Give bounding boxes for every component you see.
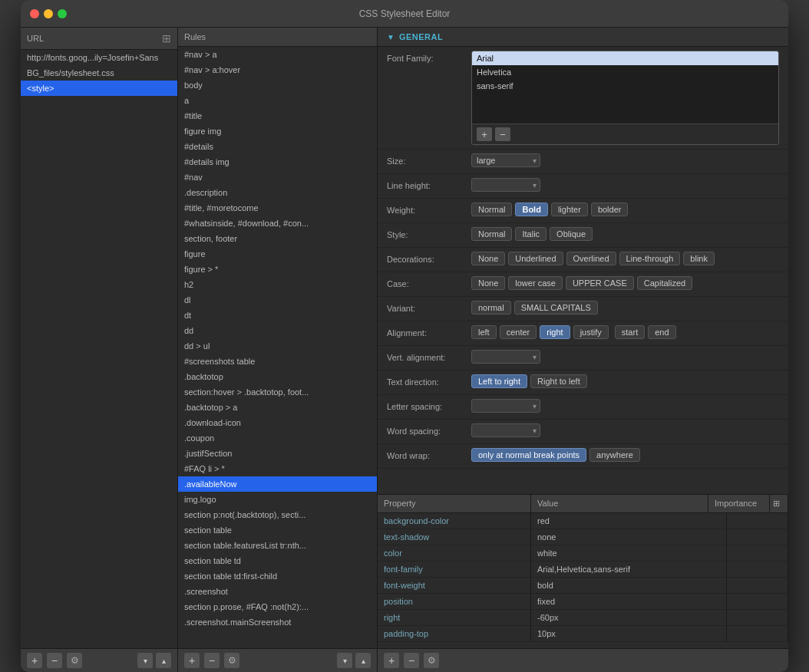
table-row[interactable]: text-shadow none bbox=[378, 529, 788, 545]
rule-item-25[interactable]: .coupon bbox=[178, 430, 377, 446]
variant-normal-button[interactable]: normal bbox=[471, 301, 511, 315]
rule-item-23[interactable]: .backtotop > a bbox=[178, 400, 377, 415]
wrap-anywhere-button[interactable]: anywhere bbox=[589, 448, 640, 462]
rule-item-0[interactable]: #nav > a bbox=[178, 47, 377, 62]
rule-item-10[interactable]: #title, #moretocome bbox=[178, 200, 377, 216]
url-item-1[interactable]: BG_files/stylesheet.css bbox=[21, 65, 177, 81]
rule-item-30[interactable]: section p:not(.backtotop), secti... bbox=[178, 507, 377, 522]
case-capitalized-button[interactable]: Capitalized bbox=[637, 276, 692, 290]
vert-alignment-select[interactable]: baseline top middle bottom bbox=[471, 350, 540, 364]
rule-item-11[interactable]: #whatsinside, #download, #con... bbox=[178, 216, 377, 231]
rule-item-14[interactable]: figure > * bbox=[178, 262, 377, 277]
url-item-2[interactable]: <style> bbox=[21, 81, 177, 96]
rule-item-15[interactable]: h2 bbox=[178, 277, 377, 292]
url-panel-icon[interactable]: ⊞ bbox=[162, 32, 171, 44]
props-gear-button[interactable]: ⚙ bbox=[424, 653, 439, 668]
rules-arrow-down[interactable]: ▾ bbox=[337, 653, 352, 668]
style-oblique-button[interactable]: Oblique bbox=[550, 227, 593, 241]
minimize-button[interactable] bbox=[44, 9, 53, 18]
rule-item-8[interactable]: #nav bbox=[178, 170, 377, 185]
rule-item-31[interactable]: section table bbox=[178, 522, 377, 538]
case-upper-button[interactable]: UPPER CASE bbox=[566, 276, 634, 290]
rule-item-20[interactable]: #screenshots table bbox=[178, 354, 377, 369]
rule-item-13[interactable]: figure bbox=[178, 246, 377, 262]
variant-smallcaps-button[interactable]: SMALL CAPITALS bbox=[514, 301, 598, 315]
rule-item-21[interactable]: .backtotop bbox=[178, 369, 377, 384]
rule-item-3[interactable]: a bbox=[178, 93, 377, 108]
url-arrow-down[interactable]: ▾ bbox=[137, 653, 153, 668]
props-add-button[interactable]: + bbox=[384, 653, 399, 668]
rules-gear-button[interactable]: ⚙ bbox=[224, 653, 239, 668]
rule-item-16[interactable]: dl bbox=[178, 292, 377, 308]
table-row[interactable]: font-weight bold bbox=[378, 578, 788, 594]
line-height-select[interactable]: normal 1 1.5 bbox=[471, 178, 540, 192]
table-row[interactable]: position fixed bbox=[378, 594, 788, 610]
align-end-button[interactable]: end bbox=[648, 325, 675, 339]
style-italic-button[interactable]: Italic bbox=[515, 227, 546, 241]
table-row[interactable]: background-color red bbox=[378, 513, 788, 529]
direction-ltr-button[interactable]: Left to right bbox=[471, 374, 527, 388]
weight-lighter-button[interactable]: lighter bbox=[551, 203, 588, 216]
rules-remove-button[interactable]: − bbox=[204, 653, 220, 668]
rules-add-button[interactable]: + bbox=[184, 653, 200, 668]
table-row[interactable]: padding-top 10px bbox=[378, 626, 788, 642]
rule-item-2[interactable]: body bbox=[178, 77, 377, 93]
size-select[interactable]: large small medium x-large bbox=[471, 153, 540, 167]
rule-item-5[interactable]: figure img bbox=[178, 124, 377, 139]
align-start-button[interactable]: start bbox=[615, 325, 645, 339]
rule-item-17[interactable]: dt bbox=[178, 308, 377, 323]
deco-underlined-button[interactable]: Underlined bbox=[508, 252, 563, 265]
rule-item-19[interactable]: dd > ul bbox=[178, 338, 377, 354]
align-left-button[interactable]: left bbox=[471, 325, 497, 339]
rule-item-32[interactable]: section table.featuresList tr:nth... bbox=[178, 538, 377, 553]
deco-none-button[interactable]: None bbox=[471, 252, 505, 265]
font-remove-button[interactable]: − bbox=[495, 127, 510, 141]
rule-item-37[interactable]: .screenshot.mainScreenshot bbox=[178, 614, 377, 630]
case-lower-button[interactable]: lower case bbox=[508, 276, 563, 290]
rule-item-6[interactable]: #details bbox=[178, 139, 377, 154]
rule-item-29[interactable]: img.logo bbox=[178, 492, 377, 507]
wrap-normal-button[interactable]: only at normal break points bbox=[471, 448, 586, 462]
deco-linethrough-button[interactable]: Line-through bbox=[619, 252, 681, 265]
table-row[interactable]: font-family Arial,Helvetica,sans-serif bbox=[378, 562, 788, 578]
deco-blink-button[interactable]: blink bbox=[683, 252, 715, 265]
rule-item-7[interactable]: #details img bbox=[178, 154, 377, 170]
weight-bold-button[interactable]: Bold bbox=[515, 203, 547, 216]
rule-item-27[interactable]: #FAQ li > * bbox=[178, 461, 377, 476]
align-center-button[interactable]: center bbox=[500, 325, 537, 339]
url-gear-button[interactable]: ⚙ bbox=[67, 653, 82, 668]
rule-item-18[interactable]: dd bbox=[178, 323, 377, 338]
font-add-button[interactable]: + bbox=[477, 127, 492, 141]
props-remove-button[interactable]: − bbox=[404, 653, 419, 668]
rule-item-33[interactable]: section table td bbox=[178, 553, 377, 568]
rule-item-35[interactable]: .screenshot bbox=[178, 584, 377, 599]
style-normal-button[interactable]: Normal bbox=[471, 227, 512, 241]
rule-item-1[interactable]: #nav > a:hover bbox=[178, 62, 377, 77]
close-button[interactable] bbox=[30, 9, 39, 18]
rule-item-26[interactable]: .justifSection bbox=[178, 446, 377, 461]
case-none-button[interactable]: None bbox=[471, 276, 505, 290]
weight-bolder-button[interactable]: bolder bbox=[591, 203, 629, 216]
table-row[interactable]: color white bbox=[378, 545, 788, 562]
rule-item-9[interactable]: .description bbox=[178, 185, 377, 200]
align-justify-button[interactable]: justify bbox=[573, 325, 609, 339]
rules-arrow-up[interactable]: ▴ bbox=[355, 653, 371, 668]
font-family-sans-serif[interactable]: sans-serif bbox=[472, 79, 778, 93]
rule-item-4[interactable]: #title bbox=[178, 108, 377, 124]
rule-item-28[interactable]: .availableNow bbox=[178, 476, 377, 492]
font-family-selected[interactable]: Arial bbox=[472, 51, 778, 65]
font-family-helvetica[interactable]: Helvetica bbox=[472, 65, 778, 79]
rule-item-22[interactable]: section:hover > .backtotop, foot... bbox=[178, 384, 377, 400]
rule-item-24[interactable]: .download-icon bbox=[178, 415, 377, 430]
weight-normal-button[interactable]: Normal bbox=[471, 203, 512, 216]
word-spacing-select[interactable]: normal 1px 2px bbox=[471, 423, 540, 437]
url-item-0[interactable]: http://fonts.goog...ily=Josefin+Sans bbox=[21, 50, 177, 65]
url-arrow-up[interactable]: ▴ bbox=[156, 653, 171, 668]
url-remove-button[interactable]: − bbox=[47, 653, 62, 668]
table-row[interactable]: right -60px bbox=[378, 610, 788, 626]
rule-item-34[interactable]: section table td:first-child bbox=[178, 568, 377, 584]
deco-overlined-button[interactable]: Overlined bbox=[566, 252, 616, 265]
direction-rtl-button[interactable]: Right to left bbox=[530, 374, 587, 388]
rule-item-12[interactable]: section, footer bbox=[178, 231, 377, 246]
maximize-button[interactable] bbox=[58, 9, 67, 18]
